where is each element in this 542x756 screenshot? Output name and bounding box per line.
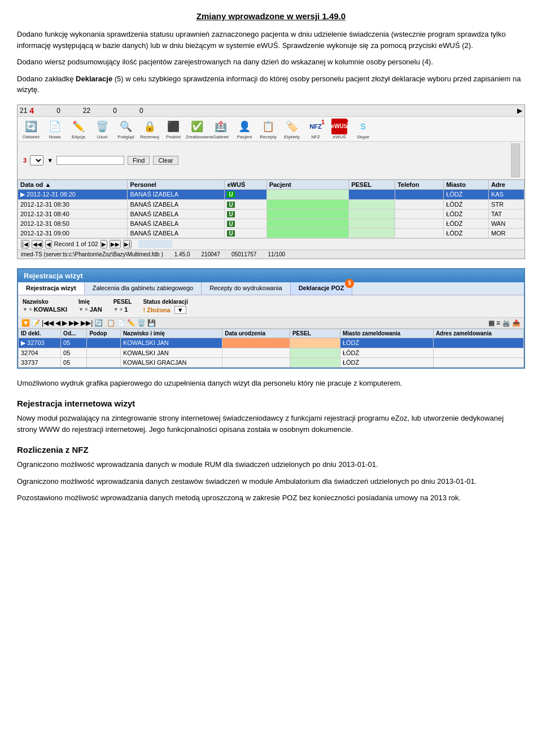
- nav-fast-next[interactable]: ▶▶: [69, 319, 79, 327]
- search-bar: 3 ▼ Find Clear: [18, 142, 524, 180]
- toolbar-rezerwuj[interactable]: 🔒 Rezerwuj: [138, 119, 161, 139]
- table-row[interactable]: 2012-12-31 08:50 BANAŚ IZABELA U ŁÓDŹ WA…: [18, 219, 524, 228]
- label-icon: 🏷️: [284, 119, 300, 134]
- pagination-slider[interactable]: [138, 240, 172, 248]
- main-toolbar: 🔄 Odśwież 📄 Nowa ✏️ Edycja 🗑️ Usuń 🔍 Pod…: [18, 117, 524, 142]
- col-personel[interactable]: Personel: [128, 180, 225, 189]
- table-row[interactable]: 2012-12-31 08:30 BANAŚ IZABELA U ŁÓDŹ ST…: [18, 199, 524, 209]
- status-dropdown[interactable]: ▼: [174, 306, 186, 314]
- col-telefon[interactable]: Telefon: [395, 180, 444, 189]
- toolbar-ewus-label: eWUŚ: [328, 134, 351, 139]
- imie-value: ▼ × JAN: [78, 306, 102, 313]
- reg-col-data-ur[interactable]: Data urodzenia: [222, 329, 290, 338]
- new2-icon[interactable]: 📄: [117, 319, 125, 327]
- toolbar-etykiety[interactable]: 🏷️ Etykiety: [281, 119, 303, 139]
- save-icon[interactable]: 💾: [147, 319, 156, 327]
- field-group-pesel: PESEL ▼ × 1: [113, 299, 132, 314]
- search-input[interactable]: [56, 156, 124, 165]
- next-page-button[interactable]: ▶▶: [110, 240, 121, 248]
- find-button[interactable]: Find: [128, 156, 150, 165]
- toolbar-gabinet[interactable]: 🏥 Gabinet: [209, 119, 232, 139]
- reg-table-container: ID dekl. Od... Podop Nazwisko i imię Dat…: [18, 329, 524, 368]
- grid-icon[interactable]: ▦: [488, 319, 495, 327]
- table-row[interactable]: 2012-12-31 09:00 BANAŚ IZABELA U ŁÓDŹ MO…: [18, 228, 524, 238]
- col-pesel[interactable]: PESEL: [349, 180, 395, 189]
- nav-first[interactable]: |◀◀: [42, 319, 54, 327]
- nazwisko-label: Nazwisko: [23, 299, 67, 305]
- paragraph-print: Umożliwiono wydruk grafika papierowego d…: [17, 378, 525, 389]
- db-path: imed-TS (server:ts:c:\Phantom\eZoz\Bazy\…: [21, 251, 163, 257]
- col-adres[interactable]: Adre: [488, 180, 524, 189]
- next-record-button[interactable]: ▶: [100, 240, 107, 248]
- reg-col-id[interactable]: ID dekl.: [19, 329, 61, 338]
- table-row[interactable]: 2012-12-31 08:40 BANAŚ IZABELA U ŁÓDŹ TA…: [18, 209, 524, 219]
- write-icon[interactable]: ✏️: [127, 319, 136, 327]
- reg-table-row[interactable]: 32704 05 KOWALSKI JAN ŁÓDŹ: [19, 348, 524, 357]
- tab-recepty[interactable]: Recepty do wydrukowania: [202, 282, 290, 295]
- split-icon: ⬛: [165, 119, 181, 134]
- toolbar-recepty-label: Recepty: [257, 134, 279, 139]
- toolbar-odswież[interactable]: 🔄 Odśwież: [20, 119, 42, 139]
- nav-next[interactable]: ▶: [62, 319, 67, 327]
- reg-col-adres[interactable]: Adres zameldowania: [433, 329, 523, 338]
- reg-table-row[interactable]: ▶ 32703 05 KOWALSKI JAN ŁÓDŹ: [19, 338, 524, 348]
- main-application-window: 21 4 0 22 0 0 ▶ 🔄 Odśwież 📄 Nowa ✏️ Edyc…: [17, 104, 525, 259]
- reg-table-row[interactable]: 33737 05 KOWALSKI GRACJAN ŁÓDŹ: [19, 357, 524, 367]
- status-value: ! Złożona ▼: [143, 306, 187, 314]
- copy-icon[interactable]: 📋: [107, 319, 115, 327]
- scrollbar-handle[interactable]: [511, 143, 520, 177]
- col-pacjent[interactable]: Pacjent: [266, 180, 349, 189]
- scroll-right[interactable]: ▶: [517, 107, 522, 115]
- paragraph-3: Dodano zakładkę Deklaracje (5) w celu sz…: [17, 73, 525, 95]
- toolbar-podziel[interactable]: ⬛ Podziel: [162, 119, 185, 139]
- search-dropdown[interactable]: [30, 155, 43, 165]
- toolbar-usun[interactable]: 🗑️ Usuń: [91, 119, 113, 139]
- first-page-button[interactable]: |◀: [21, 240, 29, 248]
- filter-icon[interactable]: 🔽: [21, 319, 30, 327]
- delete2-icon[interactable]: 🗑️: [137, 319, 146, 327]
- toolbar-nfz[interactable]: NFZ NFZ 1: [304, 119, 327, 139]
- edit2-icon[interactable]: 📝: [32, 319, 40, 327]
- deklaracje-badge: 5: [345, 279, 354, 288]
- prev-page-button[interactable]: ◀◀: [32, 240, 43, 248]
- reg-col-od[interactable]: Od...: [61, 329, 87, 338]
- tab-zalecenia[interactable]: Zalecenia dla gabinetu zabiegowego: [85, 282, 202, 295]
- last-page-button[interactable]: ▶|: [123, 240, 132, 248]
- toolbar-edycja[interactable]: ✏️ Edycja: [67, 119, 90, 139]
- export-icon[interactable]: 📤: [512, 319, 521, 327]
- reg-col-podop[interactable]: Podop: [87, 329, 120, 338]
- toolbar-ewus[interactable]: eWUŚ eWUŚ 2: [328, 119, 351, 139]
- registration-window: Rejestracja wizyt Rejestracja wizyt Zale…: [17, 268, 525, 369]
- toolbar-skype[interactable]: S Skype: [352, 119, 374, 139]
- col-ewus[interactable]: eWUŚ: [225, 180, 266, 189]
- recipe-icon: 📋: [260, 119, 276, 134]
- col-miasto[interactable]: Miasto: [444, 180, 489, 189]
- prev-record-button[interactable]: ◀: [45, 240, 52, 248]
- reg-col-nazwisko[interactable]: Nazwisko i imię: [120, 329, 222, 338]
- clinic-icon: 🏥: [213, 119, 229, 134]
- pesel-value: ▼ × 1: [113, 306, 132, 313]
- print-icon[interactable]: 🖨️: [502, 319, 510, 327]
- col-data-od[interactable]: Data od ▲: [18, 180, 128, 189]
- new-icon: 📄: [47, 119, 63, 134]
- ewus-badge: 2: [345, 119, 348, 125]
- reg-col-pesel[interactable]: PESEL: [290, 329, 340, 338]
- status-label: Status deklaracji: [143, 299, 187, 305]
- toolbar-recepty[interactable]: 📋 Recepty: [257, 119, 279, 139]
- pagination-bar: |◀ ◀◀ ◀ Record 1 of 102 ▶ ▶▶ ▶|: [18, 238, 524, 250]
- counter-22: 22: [83, 107, 90, 115]
- reg-col-miasto[interactable]: Miasto zameldowania: [340, 329, 433, 338]
- refresh2-icon[interactable]: 🔄: [94, 319, 103, 327]
- nav-last[interactable]: ▶▶|: [81, 319, 93, 327]
- toolbar-podglad[interactable]: 🔍 Podgląd: [115, 119, 137, 139]
- table-row[interactable]: ▶ 2012-12-31 08:20 BANAŚ IZABELA U ŁÓDŹ …: [18, 189, 524, 199]
- cols-icon[interactable]: ≡: [496, 319, 500, 327]
- toolbar-nowa[interactable]: 📄 Nowa: [43, 119, 66, 139]
- clear-button[interactable]: Clear: [153, 156, 178, 165]
- nav-prev[interactable]: ◀: [55, 319, 60, 327]
- toolbar-pacjent[interactable]: 👤 Pacjent: [233, 119, 256, 139]
- toolbar-zrealizowana[interactable]: ✅ Zrealizowana: [186, 119, 208, 139]
- tab-deklaracje[interactable]: Deklaracje POZ 5: [291, 282, 353, 295]
- tab-rejestracja[interactable]: Rejestracja wizyt: [18, 282, 85, 295]
- nfz-badge: 1: [321, 119, 325, 125]
